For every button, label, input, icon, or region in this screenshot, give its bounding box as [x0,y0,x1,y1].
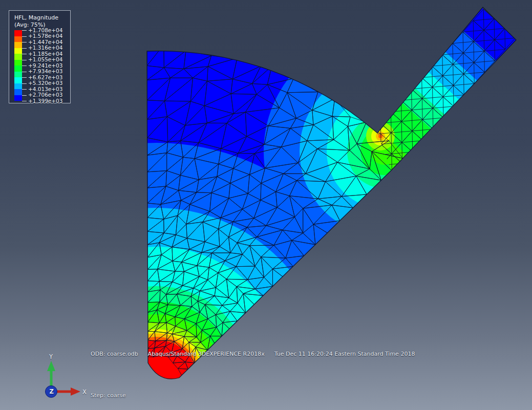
y-axis-arrowhead [47,361,55,371]
contour-plot-canvas[interactable] [0,0,532,410]
legend-swatch [14,48,22,54]
timestamp: Tue Dec 11 16:20:24 Eastern Standard Tim… [274,351,415,357]
legend-value: +7.934e+03 [28,69,62,74]
abaqus-viewport[interactable]: HFL, Magnitude (Avg: 75%) +1.708e+04+1.5… [0,0,532,410]
legend-tick [22,77,27,78]
legend-tick [22,30,27,31]
legend-swatch [14,54,22,60]
solver-name: Abaqus/Standard 3DEXPERIENCE R2018x [148,351,265,357]
legend-swatch [14,42,22,48]
legend-swatch [14,60,22,66]
legend-value: +5.320e+03 [28,80,62,86]
legend-value: +1.316e+04 [28,45,62,51]
legend-tick [22,36,27,37]
legend-tick [22,48,27,49]
legend-tick [22,42,27,42]
legend-value: +1.399e+03 [28,98,62,104]
status-line-odb: ODB: coarse.odb Abaqus/Standard 3DEXPERI… [91,351,415,357]
legend-swatch [14,83,22,90]
legend-value: +1.578e+04 [28,33,62,39]
legend-swatch [14,89,22,95]
z-axis-label: Z [50,388,54,395]
legend-value: +4.013e+03 [28,87,62,92]
legend-value: +1.708e+04 [28,28,62,33]
legend-value: +6.627e+03 [28,75,62,80]
legend-tick [22,83,27,84]
legend-title: HFL, Magnitude [14,14,58,21]
status-block-step: Step: coarse Increment 1: Step Time = 1.… [91,380,196,410]
step-line: Step: coarse [91,393,196,399]
legend-tick [22,66,27,66]
legend-value: +1.185e+04 [28,51,62,57]
orientation-triad: Z Y X [26,352,102,408]
legend-swatch [14,72,22,78]
y-axis-label: Y [49,353,53,360]
legend-tick [22,101,27,101]
legend-value: +1.447e+04 [28,39,62,45]
legend-tick [22,95,27,96]
legend-value: +9.241e+03 [28,63,62,69]
legend-tick [22,54,27,54]
legend-swatch [14,36,22,42]
x-axis-arrowhead [71,387,80,396]
legend-swatch [14,95,22,101]
legend-swatch [14,66,22,72]
x-axis-label: X [82,389,87,396]
legend-value: +1.055e+04 [28,57,62,62]
contour-legend: HFL, Magnitude (Avg: 75%) +1.708e+04+1.5… [9,10,71,103]
legend-tick [22,60,27,60]
legend-tick [22,72,27,72]
legend-swatch [14,30,22,36]
legend-swatch [14,77,22,83]
legend-value: +2.706e+03 [28,92,62,98]
legend-tick [22,89,27,90]
